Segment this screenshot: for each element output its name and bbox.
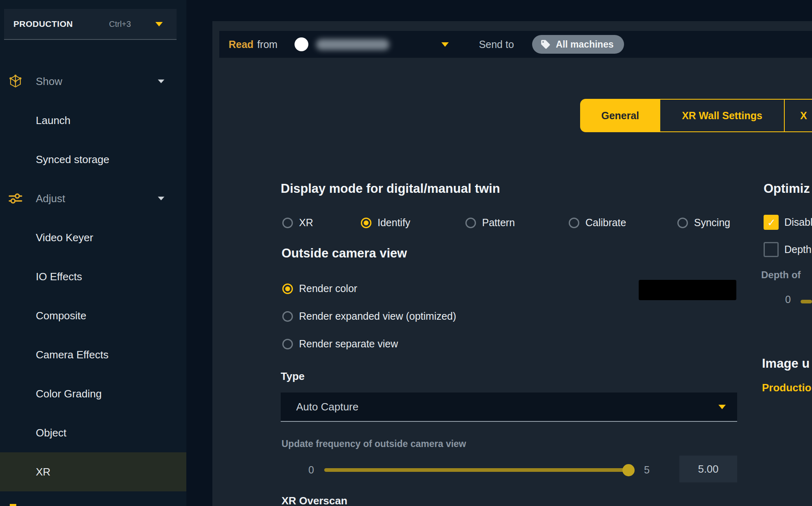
sidebar-item-launch[interactable]: Launch [0, 101, 186, 140]
sidebar-menu: Show Launch Synced storage Adjust [0, 62, 186, 491]
chevron-down-icon [155, 22, 163, 26]
radio-icon [282, 339, 293, 349]
radio-pattern[interactable]: Pattern [465, 217, 515, 229]
radio-identify[interactable]: Identify [361, 217, 410, 229]
send-to-label: Send to [479, 39, 514, 50]
type-dropdown-value: Auto Capture [296, 401, 358, 413]
sidebar-item-label: Launch [0, 114, 70, 127]
chevron-down-icon[interactable] [441, 42, 449, 47]
tab-label: X [800, 110, 807, 122]
cube-icon [8, 74, 23, 89]
update-frequency-value-field[interactable]: 5.00 [679, 456, 737, 482]
chevron-down-icon [718, 405, 726, 409]
chevron-down-icon [158, 80, 164, 83]
production-link[interactable]: Productio [762, 382, 811, 394]
outside-camera-view-heading: Outside camera view [282, 246, 407, 261]
tag-icon [540, 39, 551, 50]
checkbox-icon [764, 242, 779, 257]
sidebar: PRODUCTION Ctrl+3 Show L [0, 0, 186, 506]
radio-icon [282, 311, 293, 322]
tab-clipped[interactable]: X [785, 99, 812, 132]
production-shortcut: Ctrl+3 [109, 20, 131, 29]
sidebar-item-label: Synced storage [0, 153, 109, 166]
all-machines-label: All machines [556, 39, 613, 50]
sidebar-item-label: XR [0, 466, 50, 478]
display-mode-heading: Display mode for digital/manual twin [281, 181, 500, 196]
sidebar-group-show[interactable]: Show [0, 62, 186, 101]
sidebar-item-object[interactable]: Object [0, 413, 186, 452]
tab-xr-wall-settings[interactable]: XR Wall Settings [660, 99, 785, 132]
radio-render-color[interactable]: Render color [282, 283, 357, 294]
main-panel: Read from Send to All machines General X… [212, 21, 812, 506]
machine-io-bar: Read from Send to All machines [219, 31, 812, 58]
radio-calibrate[interactable]: Calibrate [569, 217, 626, 229]
sidebar-item-color-grading[interactable]: Color Grading [0, 374, 186, 413]
radio-icon [569, 218, 579, 228]
radio-render-expanded-view[interactable]: Render expanded view (optimized) [282, 310, 456, 322]
radio-render-separate-view[interactable]: Render separate view [282, 338, 398, 350]
production-title: PRODUCTION [13, 19, 73, 29]
sidebar-group-adjust[interactable]: Adjust [0, 179, 186, 218]
xr-overscan-heading: XR Overscan [282, 495, 347, 506]
radio-icon [361, 218, 371, 228]
sidebar-item-label: Composite [0, 310, 86, 322]
machine-status-icon [295, 37, 308, 51]
sidebar-item-video-keyer[interactable]: Video Keyer [0, 218, 186, 257]
right-slider-min-label: 0 [785, 294, 791, 305]
render-color-swatch[interactable] [639, 280, 736, 300]
update-frequency-slider[interactable] [324, 468, 629, 472]
type-dropdown[interactable]: Auto Capture [281, 393, 737, 422]
sidebar-item-label: Video Keyer [0, 231, 93, 244]
sidebar-item-label: Camera Effects [0, 349, 109, 361]
sidebar-item-label: IO Effects [0, 270, 82, 283]
slider-max-label: 5 [644, 464, 650, 476]
machine-name-redacted [316, 39, 389, 50]
image-used-heading: Image u [762, 356, 810, 371]
optimization-heading: Optimiz [764, 181, 810, 196]
sidebar-item-io-effects[interactable]: IO Effects [0, 257, 186, 296]
checkbox-icon [764, 215, 779, 230]
all-machines-button[interactable]: All machines [532, 35, 624, 54]
radio-icon [677, 218, 688, 228]
sidebar-item-camera-effects[interactable]: Camera Effects [0, 335, 186, 374]
radio-syncing[interactable]: Syncing [677, 217, 730, 229]
read-from-label: from [257, 39, 277, 50]
slider-thumb[interactable] [622, 464, 635, 476]
production-selector[interactable]: PRODUCTION Ctrl+3 [4, 9, 177, 40]
read-from-label-accent: Read [229, 39, 253, 50]
tab-general[interactable]: General [580, 99, 660, 132]
tab-label: General [601, 110, 639, 122]
sidebar-item-label: Color Grading [0, 388, 102, 400]
sidebar-item-xr[interactable]: XR [0, 452, 186, 491]
radio-icon [465, 218, 476, 228]
next-group-icon-fragment [10, 504, 16, 506]
checkbox-depth[interactable]: Depth [764, 242, 812, 257]
sidebar-item-label: Object [0, 427, 66, 439]
update-frequency-label: Update frequency of outside camera view [282, 438, 466, 449]
radio-xr[interactable]: XR [282, 217, 313, 229]
right-slider[interactable] [801, 300, 812, 303]
slider-min-label: 0 [308, 464, 314, 476]
chevron-down-icon [158, 197, 164, 201]
sidebar-item-synced-storage[interactable]: Synced storage [0, 140, 186, 179]
tab-label: XR Wall Settings [682, 110, 762, 122]
radio-icon [282, 218, 293, 228]
depth-of-label: Depth of [761, 269, 801, 281]
sliders-icon [8, 191, 23, 206]
sidebar-item-composite[interactable]: Composite [0, 296, 186, 335]
radio-icon [282, 284, 293, 294]
type-label: Type [281, 370, 305, 383]
checkbox-disable[interactable]: Disabl [764, 215, 812, 230]
